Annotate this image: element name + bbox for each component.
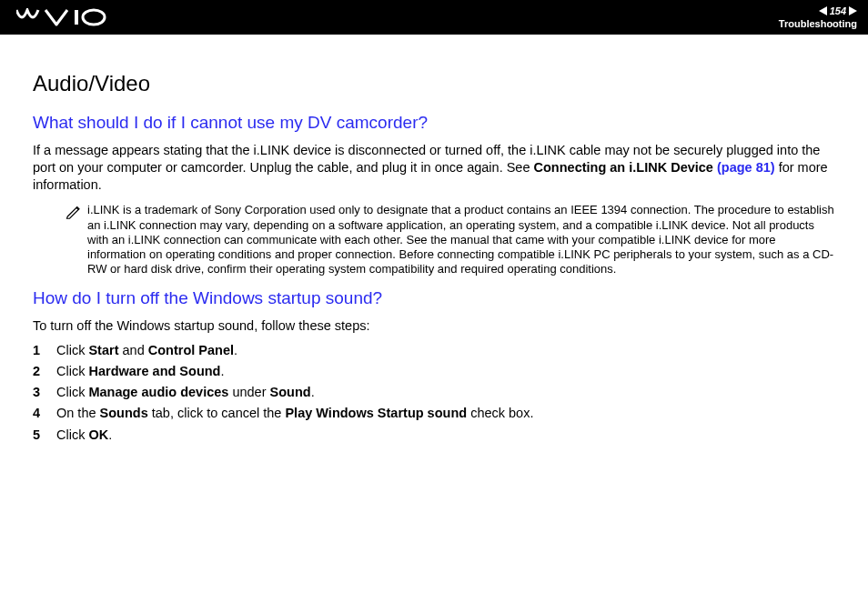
next-page-icon[interactable]	[849, 6, 857, 15]
list-item: Click Start and Control Panel.	[33, 340, 835, 361]
page-navigator: 154	[819, 5, 857, 16]
header-right: 154 Troubleshooting	[779, 5, 857, 29]
page-number: 154	[830, 5, 846, 16]
list-item: Click OK.	[33, 425, 835, 446]
svg-point-1	[83, 10, 105, 25]
page-title: Audio/Video	[33, 71, 835, 96]
list-item: Click Hardware and Sound.	[33, 361, 835, 382]
intro-text: To turn off the Windows startup sound, f…	[33, 317, 835, 335]
xref-label[interactable]: Connecting an i.LINK Device	[534, 160, 713, 175]
note-text: i.LINK is a trademark of Sony Corporatio…	[87, 203, 835, 276]
prev-page-icon[interactable]	[819, 6, 827, 15]
paragraph: If a message appears stating that the i.…	[33, 142, 835, 194]
xref-page[interactable]: (page 81)	[713, 160, 775, 175]
question-heading-1: What should I do if I cannot use my DV c…	[33, 113, 835, 133]
question-heading-2: How do I turn off the Windows startup so…	[33, 288, 835, 308]
steps-list: Click Start and Control Panel. Click Har…	[33, 340, 835, 446]
breadcrumb: Troubleshooting	[779, 18, 857, 29]
list-item: Click Manage audio devices under Sound.	[33, 382, 835, 403]
note-icon	[66, 203, 84, 223]
page-header: 154 Troubleshooting	[0, 0, 868, 35]
note-block: i.LINK is a trademark of Sony Corporatio…	[66, 203, 835, 276]
page-content: Audio/Video What should I do if I cannot…	[0, 35, 868, 446]
list-item: On the Sounds tab, click to cancel the P…	[33, 403, 835, 424]
vaio-logo	[16, 8, 107, 26]
svg-rect-0	[75, 10, 78, 25]
